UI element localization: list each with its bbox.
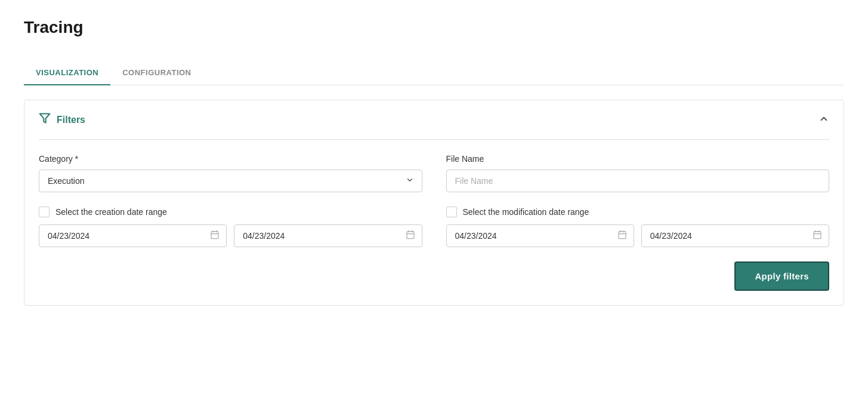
tab-visualization[interactable]: VISUALIZATION xyxy=(24,61,110,85)
svg-marker-0 xyxy=(40,114,50,123)
tab-configuration[interactable]: CONFIGURATION xyxy=(110,61,203,85)
creation-date-group: Select the creation date range xyxy=(39,207,422,247)
creation-date-from-wrapper xyxy=(39,224,227,247)
category-select[interactable]: Execution xyxy=(39,170,422,192)
category-select-wrapper: Execution xyxy=(39,170,422,192)
creation-date-checkbox-label[interactable]: Select the creation date range xyxy=(39,207,422,217)
creation-date-checkbox[interactable] xyxy=(39,207,50,217)
modification-date-checkbox-label[interactable]: Select the modification date range xyxy=(446,207,830,217)
file-name-input[interactable] xyxy=(446,170,830,192)
collapse-icon[interactable] xyxy=(818,113,829,127)
modification-date-checkbox[interactable] xyxy=(446,207,457,217)
category-group: Category * Execution xyxy=(39,154,422,192)
date-range-row: Select the creation date range xyxy=(39,207,829,247)
filters-body: Category * Execution File Name xyxy=(24,140,844,262)
tabs-container: VISUALIZATION CONFIGURATION xyxy=(24,61,844,85)
filters-footer: Apply filters xyxy=(24,262,844,305)
page-container: Tracing VISUALIZATION CONFIGURATION Filt… xyxy=(0,0,868,324)
creation-date-to-wrapper xyxy=(234,224,422,247)
filters-title-group: Filters xyxy=(39,112,85,127)
category-label: Category * xyxy=(39,154,422,164)
filter-icon xyxy=(39,112,51,127)
creation-date-from-input[interactable] xyxy=(39,224,227,247)
filters-header: Filters xyxy=(24,100,844,139)
creation-date-to-input[interactable] xyxy=(234,224,422,247)
filters-card: Filters Category * Execution xyxy=(24,100,844,306)
apply-filters-button[interactable]: Apply filters xyxy=(734,262,829,291)
file-name-label: File Name xyxy=(446,154,830,164)
modification-date-fields xyxy=(446,224,830,247)
modification-date-to-input[interactable] xyxy=(641,224,829,247)
modification-date-from-input[interactable] xyxy=(446,224,634,247)
file-name-group: File Name xyxy=(446,154,830,192)
top-filter-row: Category * Execution File Name xyxy=(39,154,829,192)
modification-date-to-wrapper xyxy=(641,224,829,247)
creation-date-fields xyxy=(39,224,422,247)
filters-section-title: Filters xyxy=(57,115,85,125)
modification-date-from-wrapper xyxy=(446,224,634,247)
page-title: Tracing xyxy=(24,18,844,37)
modification-date-group: Select the modification date range xyxy=(446,207,830,247)
